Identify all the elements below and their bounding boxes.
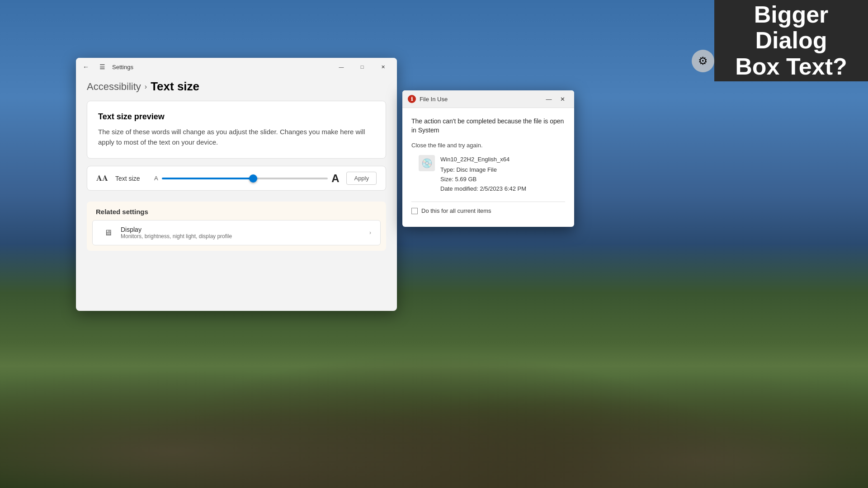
apply-button[interactable]: Apply [346,172,377,185]
settings-titlebar: ← ☰ Settings — □ ✕ [76,58,397,76]
maximize-button[interactable]: □ [352,60,373,74]
file-date: Date modified: 2/5/2023 6:42 PM [440,184,526,194]
related-item-desc: Monitors, brightness, night light, displ… [121,233,363,239]
dialog-minimize-button[interactable]: — [542,94,555,104]
related-item-name: Display [121,226,363,233]
minimize-button[interactable]: — [331,60,352,74]
text-size-slider[interactable] [162,178,328,179]
dialog-checkbox-row: Do this for all current items [411,202,565,220]
titlebar-controls: — □ ✕ [331,60,393,74]
dialog-message: The action can't be completed because th… [411,117,565,135]
file-disc-icon: 💿 [419,155,435,171]
file-details: Win10_22H2_English_x64 Type: Disc Image … [440,155,526,193]
breadcrumb-parent[interactable]: Accessibility [87,81,141,93]
dialog-close-button[interactable]: ✕ [556,94,569,104]
dialog-title-left: ℹ File In Use [408,95,448,103]
dialog-warning-icon: ℹ [408,95,416,103]
close-button[interactable]: ✕ [373,60,393,74]
text-size-preview-box: Text size preview The size of these word… [87,101,386,159]
titlebar-left: ← ☰ Settings [80,61,133,73]
text-size-icon: 𝐀𝐀 [96,174,108,183]
settings-title: Settings [112,64,133,70]
settings-icon: ⚙ [692,50,714,72]
related-item-display[interactable]: 🖥 Display Monitors, brightness, night li… [92,220,381,245]
back-button[interactable]: ← [80,61,92,73]
breadcrumb-separator: › [145,83,147,91]
preview-title: Text size preview [98,112,375,122]
text-size-label: Text size [115,175,147,182]
slider-min-label: A [154,175,158,182]
settings-content: Accessibility › Text size Text size prev… [76,76,397,311]
do-this-for-all-label: Do this for all current items [421,207,491,214]
dialog-body: The action can't be completed because th… [402,108,574,227]
file-type: Type: Disc Image File [440,165,526,175]
related-item-text: Display Monitors, brightness, night ligh… [121,226,363,239]
file-name: Win10_22H2_English_x64 [440,155,526,164]
breadcrumb: Accessibility › Text size [87,76,386,94]
file-size: Size: 5.69 GB [440,175,526,184]
text-size-control: 𝐀𝐀 Text size A A Apply [87,166,386,191]
chevron-right-icon: › [369,230,371,236]
display-icon: 🖥 [102,226,114,239]
slider-thumb[interactable] [249,174,257,183]
dialog-titlebar: ℹ File In Use — ✕ [402,90,574,108]
preview-text: The size of these words will change as y… [98,127,375,147]
menu-button[interactable]: ☰ [96,61,108,73]
title-overlay-panel: Bigger Dialog Box Text? [714,0,868,81]
file-in-use-dialog: ℹ File In Use — ✕ The action can't be co… [402,90,574,227]
related-settings-title: Related settings [87,202,386,220]
dialog-controls: — ✕ [542,94,569,104]
slider-container: A A [154,172,339,185]
do-this-for-all-checkbox[interactable] [411,208,418,214]
dialog-submessage: Close the file and try again. [411,142,565,149]
screen-icon-overlay: ⚙ [692,50,719,77]
slider-max-label: A [331,172,339,185]
settings-window: ← ☰ Settings — □ ✕ Accessibility › Text … [76,58,397,311]
dialog-file-info: 💿 Win10_22H2_English_x64 Type: Disc Imag… [411,155,565,193]
breadcrumb-current: Text size [151,80,199,94]
overlay-title: Bigger Dialog Box Text? [723,2,859,80]
related-settings-section: Related settings 🖥 Display Monitors, bri… [87,202,386,251]
dialog-title-text: File In Use [420,96,448,103]
rocks-texture [0,307,868,488]
